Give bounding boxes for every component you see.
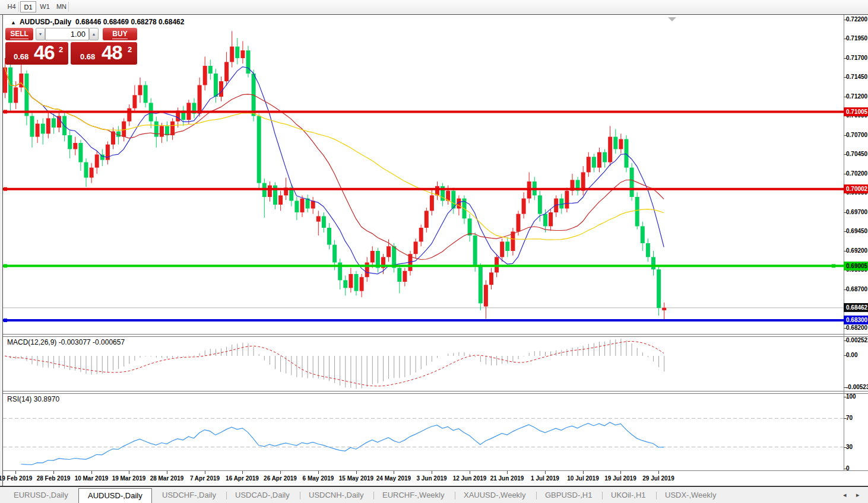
arrow-down-icon: ▼ [39,32,43,36]
date-label: 29 Jul 2019 [642,475,674,482]
tabs-scroll-left-icon[interactable]: ◂ [843,491,847,499]
candle-body [52,118,56,128]
macd-canvas[interactable] [3,336,844,391]
candle-body [203,66,207,85]
volume-increase-button[interactable]: ▲ [89,28,99,40]
candle-body [24,74,28,116]
buy-price-big-digits: 48 [102,42,122,64]
symbol-tab-bar: EURUSD-,DailyAUDUSD-,DailyUSDCHF-,DailyU… [0,488,868,503]
hline-right-handle[interactable] [832,264,835,268]
tab-xauusd-weekly[interactable]: XAUUSD-,Weekly [455,489,535,502]
tab-usdcnh-daily[interactable]: USDCNH-,Daily [300,489,372,502]
hline-left-handle[interactable] [4,187,7,191]
price-tag-0.69005: 0.69005 [844,262,868,270]
candle-body [489,272,493,285]
timeframe-button-w1[interactable]: W1 [37,1,53,12]
candle-body [78,143,83,163]
price-tick-label: 0.69450 [846,228,868,234]
buy-price-box[interactable]: 0.68 48 2 [71,42,137,65]
candle-body [106,145,110,160]
date-tick [280,471,281,474]
volume-decrease-button[interactable]: ▼ [36,28,45,40]
candle-body [294,201,299,213]
price-tick-label: 0.68200 [846,324,868,331]
candle-body [559,199,563,209]
date-tick [432,471,432,474]
tab-eurusd-daily[interactable]: EURUSD-,Daily [5,489,77,502]
candle-body [154,122,159,137]
chart-shift-marker-icon[interactable] [668,17,676,21]
buy-price-prefix: 0.68 [80,52,95,61]
tab-usdx-weekly[interactable]: USDX-,Weekly [656,489,725,502]
rsi-axis-label: 70 [846,415,868,421]
candle-body [419,228,423,241]
hline-left-handle[interactable] [4,110,7,113]
date-tick [205,471,205,474]
candle-body [435,186,439,196]
candle-body [646,243,650,257]
candle-body [36,124,40,137]
candle-body [538,195,542,214]
candle-body [122,122,126,137]
price-tick-label: 0.69700 [846,209,868,215]
candle-body [630,168,634,197]
date-tick [53,471,54,474]
candle-body [90,168,94,178]
date-label: 3 Jun 2019 [416,475,446,482]
tabs-scroll-right-icon[interactable]: ▸ [856,491,860,499]
candle-body [522,199,526,214]
buy-button[interactable]: BUY [103,28,137,40]
candle-body [41,124,45,134]
candle-body [554,199,558,212]
candle-body [603,152,607,163]
sell-button[interactable]: SELL [5,28,33,40]
date-tick [91,471,92,474]
hline-left-handle[interactable] [4,264,7,268]
tab-usdcad-daily[interactable]: USDCAD-,Daily [226,489,299,502]
one-click-trading-panel: SELL ▼ ▲ BUY 0.68 46 2 0.68 48 2 [5,28,137,65]
timeframe-button-d1[interactable]: D1 [20,1,36,12]
tab-ukoil-h1[interactable]: UKOil-,H1 [602,489,655,502]
rsi-axis-label: 0 [846,465,868,472]
price-tag-0.70002: 0.70002 [844,184,868,193]
moving-average-45 [5,68,664,240]
tab-gbpusd-h1[interactable]: GBPUSD-,H1 [536,489,601,502]
arrow-up-icon: ▲ [92,32,96,36]
candle-body [565,191,569,209]
price-tag-0.68300: 0.68300 [844,316,868,324]
hline-left-handle[interactable] [4,319,7,322]
candle-body [311,201,315,209]
tab-usdchf-daily[interactable]: USDCHF-,Daily [153,489,225,502]
candle-body [84,163,88,178]
toolbar-separator [18,2,19,12]
rsi-canvas[interactable] [3,393,844,470]
sell-price-box[interactable]: 0.68 46 2 [5,42,68,65]
tab-eurchf-weekly[interactable]: EURCHF-,Weekly [373,489,454,502]
candle-body [165,126,169,135]
candle-body [635,197,639,226]
candle-body [468,218,472,235]
macd-axis-label: -0.005234 [846,384,868,390]
price-tick-label: 0.68700 [846,286,868,292]
candle-body [587,157,591,172]
candle-body [322,217,326,228]
sell-price-prefix: 0.68 [14,52,28,61]
date-label: 12 Jun 2019 [453,475,487,482]
macd-axis-label: 0.00 [846,352,868,358]
timeframe-button-mn[interactable]: MN [53,1,69,12]
candle-body [62,116,66,136]
collapse-panel-icon[interactable]: ▲ [11,20,16,26]
candle-body [198,85,202,114]
candle-body [30,116,34,137]
candle-body [473,235,477,266]
tab-audusd-daily[interactable]: AUDUSD-,Daily [78,488,152,503]
candle-body [144,85,148,103]
volume-input[interactable] [45,28,89,40]
candle-body [160,126,164,136]
candle-body [46,118,50,133]
date-tick [129,471,129,474]
timeframe-button-h4[interactable]: H4 [4,1,20,12]
candle-body [246,50,251,74]
price-tick-label: 0.70700 [846,132,868,138]
rsi-line [21,422,664,465]
